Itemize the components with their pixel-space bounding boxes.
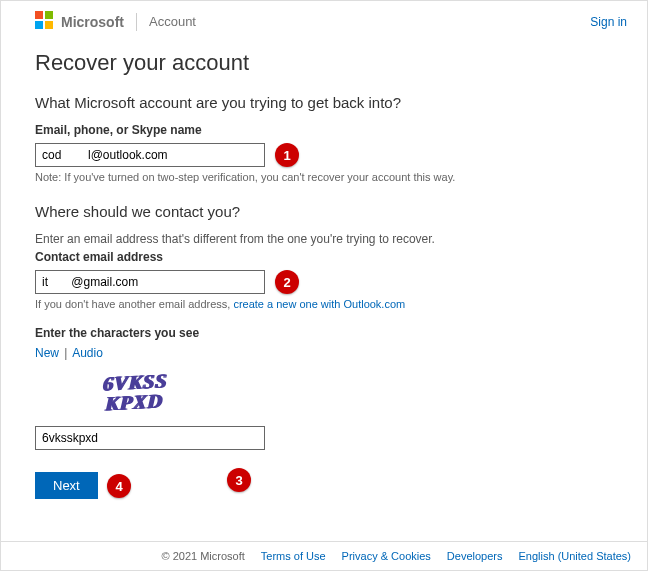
captcha-links: New | Audio — [35, 346, 613, 360]
question-1: What Microsoft account are you trying to… — [35, 94, 613, 111]
microsoft-logo-icon — [35, 11, 53, 32]
page-footer: © 2021 Microsoft Terms of Use Privacy & … — [1, 541, 647, 570]
contact-input[interactable] — [35, 270, 265, 294]
captcha-sep: | — [64, 346, 67, 360]
annotation-marker-2: 2 — [275, 270, 299, 294]
contact-note-prefix: If you don't have another email address, — [35, 298, 233, 310]
captcha-label: Enter the characters you see — [35, 326, 613, 340]
svg-rect-1 — [45, 11, 53, 19]
email-note: Note: If you've turned on two-step verif… — [35, 171, 613, 183]
captcha-image: 6VKSS KPXD — [35, 366, 235, 418]
contact-label: Contact email address — [35, 250, 613, 264]
captcha-input[interactable] — [35, 426, 265, 450]
svg-rect-0 — [35, 11, 43, 19]
question-2: Where should we contact you? — [35, 203, 613, 220]
next-button[interactable]: Next — [35, 472, 98, 499]
contact-note: If you don't have another email address,… — [35, 298, 613, 310]
annotation-marker-1: 1 — [275, 143, 299, 167]
footer-copyright: © 2021 Microsoft — [161, 550, 244, 562]
signin-link[interactable]: Sign in — [590, 15, 627, 29]
captcha-audio-link[interactable]: Audio — [72, 346, 103, 360]
header-section-label: Account — [149, 14, 196, 29]
brand-name: Microsoft — [61, 14, 124, 30]
brand-group: Microsoft Account — [35, 11, 196, 32]
page-title: Recover your account — [35, 50, 613, 76]
contact-intro: Enter an email address that's different … — [35, 232, 613, 246]
email-label: Email, phone, or Skype name — [35, 123, 613, 137]
header-divider — [136, 13, 137, 31]
main-content: Recover your account What Microsoft acco… — [1, 40, 647, 517]
captcha-new-link[interactable]: New — [35, 346, 59, 360]
footer-privacy-link[interactable]: Privacy & Cookies — [342, 550, 431, 562]
footer-language-link[interactable]: English (United States) — [519, 550, 632, 562]
captcha-distorted-text: 6VKSS KPXD — [102, 370, 168, 413]
page-header: Microsoft Account Sign in — [1, 1, 647, 40]
annotation-marker-4: 4 — [107, 474, 131, 498]
create-outlook-link[interactable]: create a new one with Outlook.com — [233, 298, 405, 310]
svg-rect-2 — [35, 21, 43, 29]
footer-terms-link[interactable]: Terms of Use — [261, 550, 326, 562]
footer-developers-link[interactable]: Developers — [447, 550, 503, 562]
svg-rect-3 — [45, 21, 53, 29]
email-input[interactable] — [35, 143, 265, 167]
